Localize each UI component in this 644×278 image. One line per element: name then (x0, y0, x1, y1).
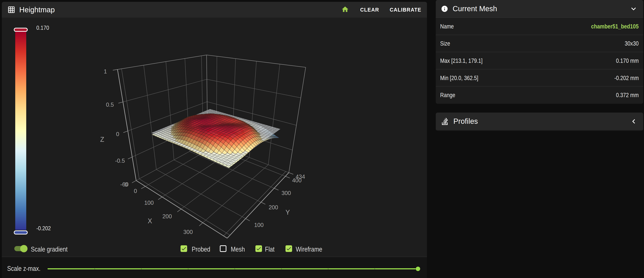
svg-text:Y: Y (286, 209, 290, 216)
svg-text:-0.5: -0.5 (115, 158, 125, 164)
svg-text:X: X (148, 217, 152, 225)
svg-text:100: 100 (254, 222, 264, 228)
svg-text:300: 300 (282, 190, 291, 196)
svg-text:200: 200 (162, 213, 172, 220)
svg-text:0: 0 (134, 188, 137, 194)
svg-text:300: 300 (183, 229, 193, 235)
svg-text:Z: Z (100, 136, 104, 143)
svg-text:0: 0 (124, 181, 128, 188)
svg-text:200: 200 (268, 204, 278, 211)
svg-text:0: 0 (116, 131, 119, 137)
svg-text:434: 434 (296, 173, 305, 180)
svg-text:0.5: 0.5 (106, 102, 114, 108)
svg-text:100: 100 (144, 200, 154, 206)
svg-text:1: 1 (104, 68, 107, 75)
